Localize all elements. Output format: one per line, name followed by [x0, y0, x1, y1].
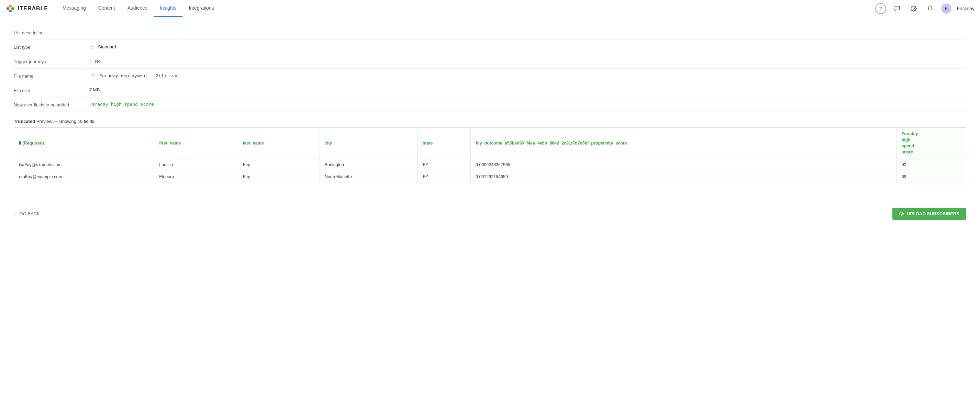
list-description-label: List description: [14, 30, 89, 35]
gear-icon: [911, 5, 917, 12]
go-back-link[interactable]: ← GO BACK: [14, 211, 40, 216]
table-header-row: il (Required) first_name last_name city …: [14, 128, 966, 159]
nav-integrations[interactable]: Integrations: [183, 0, 220, 17]
cell-state-1: FZ: [418, 159, 471, 171]
svg-point-4: [913, 8, 914, 9]
radio-icon: ○: [89, 59, 92, 64]
chat-icon: [894, 5, 900, 12]
cell-city-1: Burlington: [320, 159, 418, 171]
cell-city-2: North Marietta: [320, 171, 418, 183]
nav-content[interactable]: Content: [92, 0, 121, 17]
svg-point-1: [9, 5, 12, 8]
nav-items: Messaging Content Audience Insights Inte…: [56, 0, 220, 17]
trigger-journeys-label: Trigger journeys: [14, 59, 89, 64]
list-type-icon: ☰: [89, 44, 94, 49]
new-user-fields-value: Faraday high spend score: [89, 102, 154, 107]
cell-fdy-2: 0.001292154659: [471, 171, 897, 183]
upload-icon: [899, 211, 904, 216]
file-size-row: File size 7 MB: [14, 83, 966, 97]
cell-lastname-1: Fay: [238, 159, 320, 171]
cell-lastname-2: Fay: [238, 171, 320, 183]
notifications-icon-button[interactable]: [925, 3, 935, 14]
cell-state-2: FZ: [418, 171, 471, 183]
help-button[interactable]: ?: [875, 3, 886, 14]
col-fdy-outcome: fdy_outcome_a55be096_f4ea_4e6b_8842_2c91…: [471, 128, 897, 159]
svg-point-0: [6, 7, 9, 10]
nav-messaging[interactable]: Messaging: [56, 0, 92, 17]
nav-insights[interactable]: Insights: [154, 0, 183, 17]
logo-text: ITERABLE: [18, 5, 48, 12]
nav-right: ? F Faraday: [875, 3, 975, 14]
file-name-label: File name: [14, 73, 89, 79]
nav-audience[interactable]: Audience: [121, 0, 154, 17]
file-name-value: 📄 Faraday deployment - 2(1).csv: [89, 73, 177, 78]
svg-point-2: [11, 7, 14, 10]
preview-table-wrap: il (Required) first_name last_name city …: [14, 127, 966, 183]
col-last-name: last_name: [238, 128, 320, 159]
file-size-label: File size: [14, 87, 89, 93]
iterable-logo-icon: [5, 4, 15, 13]
file-size-value: 7 MB: [89, 87, 100, 92]
list-type-label: List type: [14, 44, 89, 50]
cell-fdy-1: 0.0009248357965: [471, 159, 897, 171]
messages-icon-button[interactable]: [892, 3, 903, 14]
col-first-name: first_name: [154, 128, 238, 159]
cell-firstname-1: Larissa: [154, 159, 238, 171]
cell-email-2: oraFay@example.com: [14, 171, 154, 183]
bell-icon: [927, 5, 933, 12]
truncated-label: Truncated Preview — Showing 10 fields: [14, 119, 966, 124]
list-type-value: ☰ Standard: [89, 44, 116, 49]
upload-subscribers-button[interactable]: UPLOAD SUBSCRIBERS: [892, 208, 966, 220]
table-row: oraFay@example.com Elenora Fay North Mar…: [14, 171, 966, 183]
bottom-bar: ← GO BACK UPLOAD SUBSCRIBERS: [0, 202, 980, 225]
svg-point-3: [9, 10, 12, 13]
col-faraday-score: Faradayhighspendscore: [897, 128, 966, 159]
cell-score-2: 69: [897, 171, 966, 183]
table-row: isaFay@example.com Larissa Fay Burlingto…: [14, 159, 966, 171]
user-name-label[interactable]: Faraday: [957, 6, 975, 11]
col-city: city: [320, 128, 418, 159]
list-description-row: List description: [14, 25, 966, 40]
col-state: state: [418, 128, 471, 159]
info-table: List description List type ☰ Standard Tr…: [14, 25, 966, 112]
file-icon: 📄: [89, 73, 95, 78]
cell-score-1: 92: [897, 159, 966, 171]
preview-table: il (Required) first_name last_name city …: [14, 128, 966, 182]
top-navigation: ITERABLE Messaging Content Audience Insi…: [0, 0, 980, 17]
cell-firstname-2: Elenora: [154, 171, 238, 183]
file-name-row: File name 📄 Faraday deployment - 2(1).cs…: [14, 69, 966, 83]
user-avatar[interactable]: F: [941, 3, 951, 14]
logo-area[interactable]: ITERABLE: [5, 4, 48, 13]
main-content: List description List type ☰ Standard Tr…: [0, 17, 980, 197]
cell-email-1: isaFay@example.com: [14, 159, 154, 171]
settings-icon-button[interactable]: [908, 3, 919, 14]
list-type-row: List type ☰ Standard: [14, 40, 966, 54]
new-user-fields-row: New user fields to be added Faraday high…: [14, 97, 966, 112]
col-email: il (Required): [14, 128, 154, 159]
trigger-journeys-row: Trigger journeys ○ No: [14, 54, 966, 69]
trigger-journeys-value: ○ No: [89, 59, 101, 64]
preview-section: Truncated Preview — Showing 10 fields il…: [14, 119, 966, 183]
new-user-fields-label: New user fields to be added: [14, 102, 89, 108]
